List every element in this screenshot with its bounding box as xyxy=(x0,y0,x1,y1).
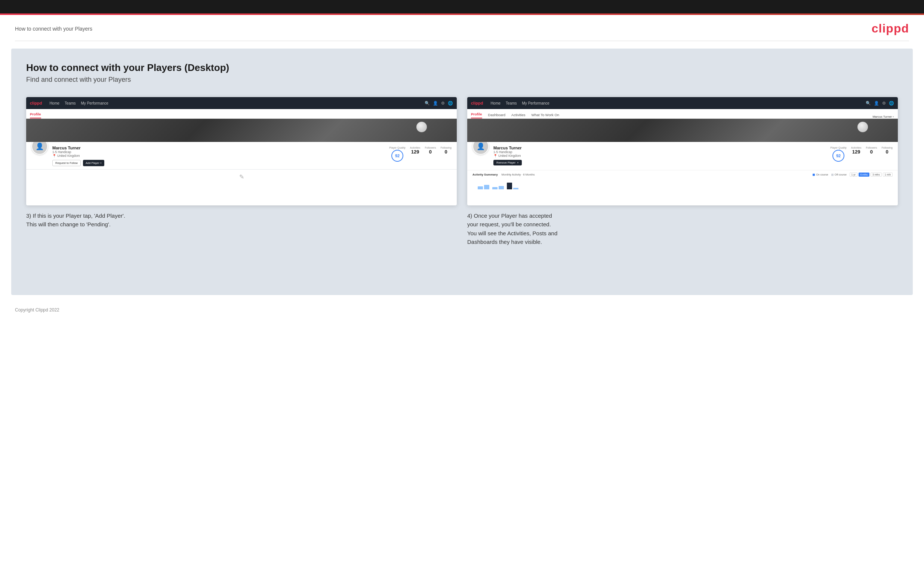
profile-buttons-1: Request to Follow Add Player + xyxy=(52,160,384,166)
remove-player-button[interactable]: Remove Player × xyxy=(493,160,522,166)
caption-4: 4) Once your Player has accepted your re… xyxy=(467,211,898,246)
player-handicap-2: 1-5 Handicap xyxy=(493,150,826,154)
player-location-1: 📍 United Kingdom xyxy=(52,154,384,158)
globe-icon-2[interactable]: 🌐 xyxy=(889,101,894,106)
section-title: How to connect with your Players (Deskto… xyxy=(26,62,898,74)
chart-bar-1 xyxy=(478,186,483,189)
chart-area xyxy=(472,178,893,189)
activity-legend: On course Off course 1 yr 6 mths 3 mths … xyxy=(813,172,893,177)
screenshots-row: clippd Home Teams My Performance 🔍 👤 ⚙ 🌐… xyxy=(26,97,898,246)
stat-followers-2: Followers 0 xyxy=(866,147,877,155)
search-icon-2[interactable]: 🔍 xyxy=(866,101,871,106)
profile-banner-2 xyxy=(467,119,898,142)
dropdown-arrow-2: ▾ xyxy=(893,115,894,118)
app-logo-2: clippd xyxy=(471,101,483,105)
chart-bar-3 xyxy=(492,187,498,189)
legend-dot-off xyxy=(831,174,834,176)
nav-link-performance-2[interactable]: My Performance xyxy=(522,101,549,105)
player-location-2: 📍 United Kingdom xyxy=(493,154,826,158)
nav-link-teams-1[interactable]: Teams xyxy=(65,101,76,105)
main-content: How to connect with your Players (Deskto… xyxy=(11,48,913,295)
section-subtitle: Find and connect with your Players xyxy=(26,76,898,84)
chart-bar-6 xyxy=(513,188,519,189)
user-icon-1[interactable]: 👤 xyxy=(433,101,438,106)
footer-copyright: Copyright Clippd 2022 xyxy=(15,307,60,313)
player-handicap-1: 1-5 Handicap xyxy=(52,150,384,154)
profile-info-1: Marcus Turner 1-5 Handicap 📍 United King… xyxy=(52,145,384,166)
tab-profile-1[interactable]: Profile xyxy=(30,112,41,118)
clippd-logo: clippd xyxy=(872,22,909,35)
search-icon-1[interactable]: 🔍 xyxy=(425,101,430,106)
player-quality-2: Player Quality 92 xyxy=(830,147,846,162)
player-name-2: Marcus Turner xyxy=(493,146,826,150)
profile-content-2: 👤 Marcus Turner 1-5 Handicap 📍 United Ki… xyxy=(467,142,898,168)
quality-circle-2: 92 xyxy=(832,150,844,162)
chart-bar-4 xyxy=(499,186,504,189)
user-dropdown-2[interactable]: Marcus Turner ▾ xyxy=(872,115,894,118)
quality-circle-1: 92 xyxy=(391,150,403,162)
follow-button-1[interactable]: Request to Follow xyxy=(52,160,81,166)
screenshot-block-2: clippd Home Teams My Performance 🔍 👤 ⚙ 🌐… xyxy=(467,97,898,246)
activity-title: Activity Summary xyxy=(472,173,498,176)
mock-app-2: clippd Home Teams My Performance 🔍 👤 ⚙ 🌐… xyxy=(467,97,898,205)
legend-dot-on xyxy=(813,174,815,176)
caption-3: 3) If this is your Player tap, 'Add Play… xyxy=(26,211,457,229)
tab-what-to-work-on-2[interactable]: What To Work On xyxy=(531,113,560,118)
nav-link-performance-1[interactable]: My Performance xyxy=(81,101,108,105)
add-player-button-1[interactable]: Add Player + xyxy=(83,160,104,166)
globe-icon-1[interactable]: 🌐 xyxy=(448,101,453,106)
app-logo-1: clippd xyxy=(30,101,42,105)
avatar-icon-1: 👤 xyxy=(36,142,44,150)
screenshot-block-1: clippd Home Teams My Performance 🔍 👤 ⚙ 🌐… xyxy=(26,97,457,246)
profile-buttons-2: Remove Player × xyxy=(493,160,826,166)
screenshot-overlay-1: ✎ xyxy=(26,169,457,184)
profile-info-2: Marcus Turner 1-5 Handicap 📍 United King… xyxy=(493,145,826,166)
user-icon-2[interactable]: 👤 xyxy=(874,101,879,106)
legend-off-course: Off course xyxy=(831,173,846,176)
nav-link-home-1[interactable]: Home xyxy=(49,101,60,105)
nav-icons-2: 🔍 👤 ⚙ 🌐 xyxy=(866,101,894,106)
app-tabs-2: Profile Dashboard Activities What To Wor… xyxy=(467,109,898,119)
player-quality-1: Player Quality 92 xyxy=(389,147,405,162)
avatar-icon-2: 👤 xyxy=(477,142,485,150)
nav-icons-1: 🔍 👤 ⚙ 🌐 xyxy=(425,101,453,106)
stat-followers-1: Followers 0 xyxy=(425,147,436,155)
stat-following-1: Following 0 xyxy=(440,147,452,155)
time-btn-1yr[interactable]: 1 yr xyxy=(850,172,858,177)
chart-bar-2 xyxy=(484,185,489,189)
time-btn-1mth[interactable]: 1 mth xyxy=(883,172,893,177)
player-name-1: Marcus Turner xyxy=(52,146,384,150)
chart-bar-5 xyxy=(507,183,512,189)
app-nav-1: clippd Home Teams My Performance 🔍 👤 ⚙ 🌐 xyxy=(26,97,457,109)
mock-app-1: clippd Home Teams My Performance 🔍 👤 ⚙ 🌐… xyxy=(26,97,457,205)
stat-activities-2: Activities 129 xyxy=(851,147,862,155)
app-nav-2: clippd Home Teams My Performance 🔍 👤 ⚙ 🌐 xyxy=(467,97,898,109)
settings-icon-1[interactable]: ⚙ xyxy=(441,101,445,106)
nav-link-teams-2[interactable]: Teams xyxy=(506,101,517,105)
legend-on-course: On course xyxy=(813,173,828,176)
activity-period: Monthly Activity · 6 Months xyxy=(502,173,535,176)
location-pin-icon-2: 📍 xyxy=(493,154,498,158)
remove-x-icon: × xyxy=(517,161,519,164)
tab-profile-2[interactable]: Profile xyxy=(471,112,482,118)
settings-icon-2[interactable]: ⚙ xyxy=(882,101,886,106)
profile-content-1: 👤 Marcus Turner 1-5 Handicap 📍 United Ki… xyxy=(26,142,457,169)
page-footer: Copyright Clippd 2022 xyxy=(0,303,924,319)
top-bar xyxy=(0,0,924,13)
time-buttons: 1 yr 6 mths 3 mths 1 mth xyxy=(850,172,893,177)
tab-dashboard-2[interactable]: Dashboard xyxy=(488,113,506,118)
activity-summary: Activity Summary Monthly Activity · 6 Mo… xyxy=(467,170,898,191)
time-btn-6mths[interactable]: 6 mths xyxy=(859,172,870,177)
page-header: How to connect with your Players clippd xyxy=(0,15,924,41)
tab-activities-2[interactable]: Activities xyxy=(511,113,525,118)
app-tabs-1: Profile xyxy=(26,109,457,119)
header-divider xyxy=(15,41,909,41)
location-pin-icon-1: 📍 xyxy=(52,154,57,158)
stat-following-2: Following 0 xyxy=(881,147,893,155)
breadcrumb: How to connect with your Players xyxy=(15,26,92,32)
edit-icon-1: ✎ xyxy=(239,173,244,181)
nav-link-home-2[interactable]: Home xyxy=(490,101,501,105)
stat-activities-1: Activities 129 xyxy=(410,147,420,155)
profile-banner-1 xyxy=(26,119,457,142)
time-btn-3mths[interactable]: 3 mths xyxy=(871,172,882,177)
